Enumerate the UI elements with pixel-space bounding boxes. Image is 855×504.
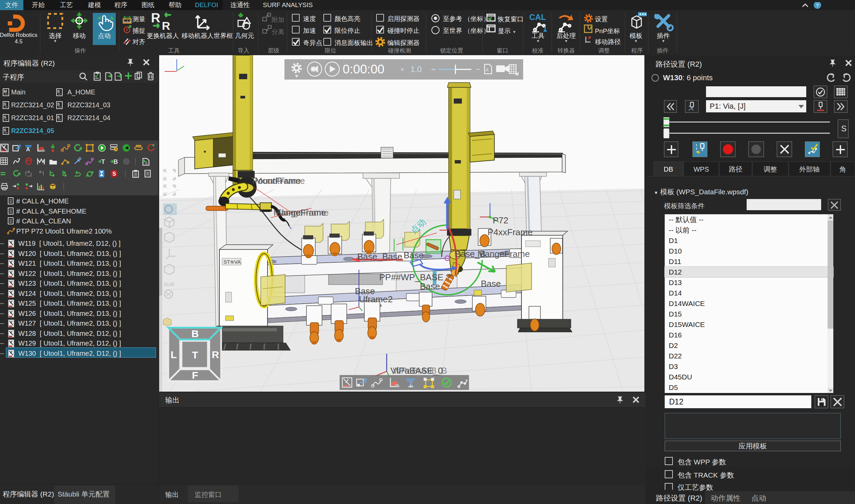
svg-text:S: S (57, 115, 59, 119)
svg-text:# CALL A_CLEAN: # CALL A_CLEAN (16, 217, 71, 225)
svg-text:ST≋VA: ST≋VA (224, 259, 241, 265)
svg-text:S: S (112, 171, 116, 177)
svg-text:P72: P72 (493, 215, 508, 226)
svg-text:S: S (57, 102, 59, 106)
svg-text:A: A (26, 147, 30, 152)
svg-text:R: R (162, 19, 170, 32)
svg-text:PP##WP_BASE ?: PP##WP_BASE ? (379, 272, 451, 282)
svg-text:F: F (192, 370, 198, 381)
svg-text:×: × (400, 65, 404, 73)
svg-text:Base: Base (404, 250, 424, 260)
svg-text:# CALL A_HOME: # CALL A_HOME (16, 197, 69, 205)
svg-text:R: R (151, 11, 160, 25)
svg-text:1.0: 1.0 (410, 65, 422, 74)
svg-text:MangeFrame: MangeFrame (478, 249, 530, 259)
svg-text:Base: Base (420, 281, 440, 291)
svg-text:S: S (4, 102, 6, 106)
svg-text:S: S (145, 161, 147, 165)
svg-text:L: L (171, 349, 177, 360)
svg-text:S: S (57, 89, 59, 93)
svg-text:WPaBrA98_B: WPaBrA98_B (393, 365, 447, 376)
svg-text:A: A (485, 67, 488, 72)
svg-text:PTP P72 Utool1 Uframe2 100%: PTP P72 Utool1 Uframe2 100% (16, 228, 112, 235)
svg-text:0:00:00: 0:00:00 (343, 62, 384, 76)
svg-text:?: ? (816, 3, 819, 8)
svg-text:S: S (4, 128, 6, 132)
svg-text:FlangeFrame: FlangeFrame (276, 208, 329, 218)
svg-text:SUB: SUB (164, 281, 174, 287)
svg-text:R: R (212, 349, 219, 360)
svg-text:T: T (192, 349, 198, 360)
svg-text:P4xxFrame: P4xxFrame (487, 227, 533, 237)
svg-text:Base: Base (481, 278, 501, 289)
svg-text:M: M (4, 89, 7, 93)
svg-text:S: S (4, 115, 6, 119)
svg-text:# CALL A_SAFEHOME: # CALL A_SAFEHOME (16, 208, 86, 215)
svg-text:B: B (191, 328, 199, 339)
svg-text:CAL: CAL (529, 13, 546, 22)
svg-text:T: T (101, 158, 105, 165)
svg-text:Base_Base: Base_Base (357, 252, 402, 262)
svg-text:A: A (408, 381, 412, 388)
svg-text:B: B (113, 158, 118, 165)
svg-text:MountFrame: MountFrame (255, 176, 305, 186)
svg-text:Uframe2: Uframe2 (359, 294, 393, 304)
